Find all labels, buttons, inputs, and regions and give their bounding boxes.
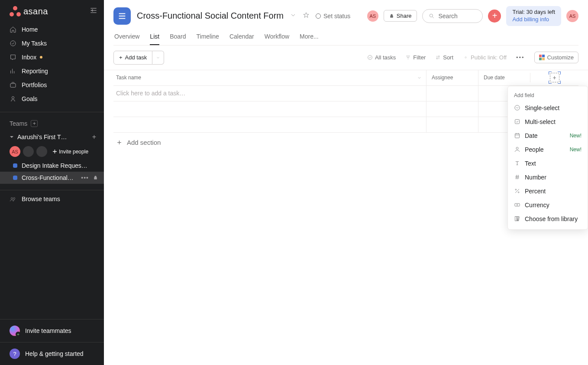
set-status-button[interactable]: Set status: [316, 13, 350, 20]
field-number[interactable]: Number: [508, 170, 588, 184]
nav-portfolios[interactable]: Portfolios: [0, 78, 104, 92]
add-task-button[interactable]: + Add task: [113, 51, 152, 65]
tab-timeline[interactable]: Timeline: [197, 33, 219, 45]
field-single-select-label: Single-select: [525, 104, 559, 111]
browse-teams-button[interactable]: Browse teams: [0, 190, 104, 208]
svg-point-15: [517, 205, 518, 206]
all-tasks-button[interactable]: All tasks: [367, 54, 396, 61]
team-row[interactable]: Aarushi's First T… +: [0, 130, 104, 143]
field-multi-select[interactable]: Multi-select: [508, 115, 588, 129]
project-icon[interactable]: [113, 7, 131, 25]
invite-people-label: Invite people: [59, 149, 88, 155]
tab-overview[interactable]: Overview: [114, 33, 139, 45]
project-item-cross-functional[interactable]: Cross-Functional… •••: [0, 172, 104, 184]
project-dropdown-icon[interactable]: [290, 12, 297, 20]
quick-add-button[interactable]: +: [488, 10, 501, 23]
new-badge: New!: [570, 133, 582, 139]
invite-teammates-icon: [10, 326, 20, 336]
col-assignee-label: Assignee: [432, 75, 453, 81]
field-text[interactable]: Text: [508, 156, 588, 170]
team-members: AS Invite people: [0, 143, 104, 160]
tab-board[interactable]: Board: [170, 33, 186, 45]
nav-goals-label: Goals: [22, 95, 38, 102]
search-placeholder: Search: [438, 13, 457, 20]
more-options-button[interactable]: •••: [516, 54, 525, 61]
field-people[interactable]: People New!: [508, 143, 588, 156]
field-percent[interactable]: Percent: [508, 184, 588, 198]
svg-point-8: [515, 105, 520, 110]
add-team-button[interactable]: +: [31, 120, 38, 127]
field-library[interactable]: Choose from library: [508, 212, 588, 226]
svg-point-12: [515, 189, 517, 190]
cell-assignee[interactable]: [426, 101, 478, 117]
member-avatar[interactable]: AS: [367, 10, 378, 22]
project-label: Design Intake Reques…: [22, 162, 98, 169]
cell-assignee[interactable]: [426, 86, 478, 101]
sort-button[interactable]: Sort: [435, 54, 453, 61]
chevron-down-icon[interactable]: [417, 75, 422, 80]
svg-point-7: [465, 57, 466, 58]
logo[interactable]: asana: [10, 6, 48, 16]
trial-line1: Trial: 30 days left: [512, 9, 555, 16]
sidebar: asana Home My Tasks Inbox Reporting Port…: [0, 0, 104, 365]
add-task-placeholder[interactable]: Click here to add a task…: [113, 90, 426, 97]
cell-assignee[interactable]: [426, 117, 478, 132]
tab-list[interactable]: List: [150, 33, 159, 45]
team-add-button[interactable]: +: [90, 133, 98, 141]
avatar-self[interactable]: AS: [10, 146, 20, 157]
field-date[interactable]: Date New!: [508, 129, 588, 143]
customize-button[interactable]: Customize: [534, 52, 578, 63]
col-add: +: [530, 73, 578, 82]
help-label: Help & getting started: [25, 350, 84, 357]
nav-goals[interactable]: Goals: [0, 92, 104, 106]
invite-teammates-label: Invite teammates: [25, 327, 71, 334]
browse-teams-label: Browse teams: [22, 196, 60, 202]
share-button[interactable]: Share: [384, 10, 417, 22]
col-assignee[interactable]: Assignee: [426, 70, 478, 85]
svg-rect-14: [515, 204, 520, 206]
field-currency-label: Currency: [525, 202, 549, 209]
project-item-design-intake[interactable]: Design Intake Reques…: [0, 160, 104, 172]
public-link-button[interactable]: Public link: Off: [463, 54, 507, 61]
search-input[interactable]: Search: [422, 9, 483, 23]
profile-avatar[interactable]: AS: [566, 10, 578, 22]
project-more-icon[interactable]: •••: [81, 174, 89, 181]
add-task-dropdown-button[interactable]: [152, 51, 164, 65]
star-icon[interactable]: [303, 12, 310, 20]
col-task-name[interactable]: Task name: [113, 75, 426, 81]
team-name: Aarushi's First T…: [17, 134, 67, 140]
project-title[interactable]: Cross-Functional Social Content Form: [137, 11, 284, 21]
trial-billing-link[interactable]: Add billing info: [512, 16, 555, 23]
field-single-select[interactable]: Single-select: [508, 101, 588, 115]
nav-my-tasks[interactable]: My Tasks: [0, 36, 104, 50]
nav-reporting[interactable]: Reporting: [0, 64, 104, 78]
tab-more[interactable]: More...: [300, 33, 319, 45]
grid-header-row: Task name Assignee Due date +: [113, 70, 578, 86]
nav-list: Home My Tasks Inbox Reporting Portfolios…: [0, 23, 104, 112]
svg-rect-16: [515, 217, 517, 221]
svg-rect-10: [515, 134, 520, 138]
col-due-date-label: Due date: [484, 75, 505, 81]
field-text-label: Text: [525, 160, 536, 167]
field-people-label: People: [525, 146, 544, 153]
toolbar: + Add task All tasks Filter Sort Pu: [104, 46, 588, 70]
trial-banner[interactable]: Trial: 30 days left Add billing info: [506, 6, 561, 26]
tab-calendar[interactable]: Calendar: [229, 33, 254, 45]
help-button[interactable]: ? Help & getting started: [0, 342, 104, 365]
share-label: Share: [397, 13, 412, 19]
grid: Task name Assignee Due date + Click here…: [104, 70, 588, 365]
svg-rect-1: [10, 84, 16, 88]
field-currency[interactable]: Currency: [508, 198, 588, 212]
col-due-date[interactable]: Due date: [478, 70, 530, 85]
filter-button[interactable]: Filter: [405, 54, 426, 61]
invite-teammates-button[interactable]: Invite teammates: [0, 319, 104, 342]
add-column-focus-ring: [549, 72, 561, 84]
invite-people-button[interactable]: Invite people: [50, 149, 88, 155]
logo-icon: [10, 6, 21, 16]
sidebar-bottom: Invite teammates ? Help & getting starte…: [0, 319, 104, 365]
collapse-sidebar-icon[interactable]: [89, 6, 98, 16]
svg-point-3: [11, 198, 13, 199]
nav-inbox[interactable]: Inbox: [0, 50, 104, 64]
nav-home[interactable]: Home: [0, 23, 104, 36]
tab-workflow[interactable]: Workflow: [265, 33, 289, 45]
